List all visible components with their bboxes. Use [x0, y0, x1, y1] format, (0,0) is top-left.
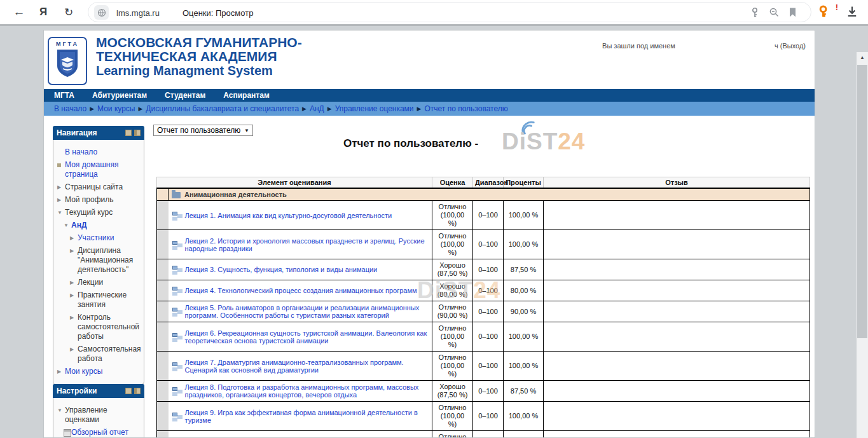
grade-item-link[interactable]: Лекция 4. Технологический процесс создан… [185, 287, 417, 294]
sidebar-item-label[interactable]: Обзорный отчет [71, 428, 128, 437]
bookmark-icon[interactable] [788, 7, 799, 18]
sidebar-item-label[interactable]: Практические занятия [78, 291, 141, 310]
sidebar-item-label[interactable]: В начало [65, 147, 97, 157]
refresh-button[interactable]: ↻ [60, 3, 78, 21]
academy-crest-icon [54, 47, 81, 79]
sidebar-item-label[interactable]: Мой профиль [65, 195, 114, 205]
sidebar-item-label[interactable]: Текущий курс [65, 208, 113, 217]
grade-item-link[interactable]: Лекция 2. История и хронология массовых … [185, 237, 429, 252]
login-status: Вы зашли под именем ч (Выход) [602, 42, 806, 50]
back-button[interactable]: ← [10, 3, 28, 21]
category-label: Анимационная деятельность [184, 191, 287, 198]
breadcrumb-link[interactable]: В начало [54, 104, 86, 113]
column-header: Диапазон [473, 177, 504, 189]
grade-item-link[interactable]: Лекция 5. Роль аниматоров в организации … [185, 304, 429, 319]
content-area: Отчет по пользователю ▼ Отчет по пользов… [153, 125, 813, 438]
table-row: Лекция 2. История и хронология массовых … [157, 230, 810, 259]
sidebar-item-label[interactable]: Мои курсы [65, 367, 102, 376]
grade-percent-text: (87,50 %) [436, 391, 469, 399]
sidebar-item: ▶Лекции [56, 278, 141, 287]
grade-percent-text: (87,50 %) [436, 270, 469, 278]
page-scrollbar[interactable]: ▲ ▼ [857, 52, 868, 438]
site-globe-icon [94, 5, 109, 20]
block-hide-icon[interactable] [125, 130, 132, 136]
percent-cell: 100,00 % [504, 352, 544, 381]
breadcrumb-separator-icon: ▶ [90, 106, 94, 112]
tree-toggle-icon[interactable]: ▶ [57, 182, 65, 192]
nav-menu-item[interactable]: МГТА [54, 91, 74, 100]
tree-toggle-icon[interactable]: ▶ [70, 313, 78, 322]
grade-cell: Хорошо(87,50 %) [432, 259, 473, 280]
download-icon[interactable] [846, 5, 858, 18]
address-bar[interactable]: lms.mgta.ru Оценки: Просмотр [88, 2, 811, 22]
block-hide-icon[interactable] [125, 388, 132, 394]
academy-logo[interactable]: МГТА [48, 37, 87, 85]
grade-percent-text: (100,00 %) [436, 211, 469, 228]
table-row: Итоговое тестированиеОтлично(100,00 %)0–… [157, 431, 810, 438]
folder-icon [172, 192, 181, 198]
sidebar-item-label[interactable]: АнД [71, 221, 86, 230]
breadcrumb-link[interactable]: АнД [310, 104, 324, 113]
block-dock-icon[interactable] [134, 130, 141, 136]
sidebar-item-label[interactable]: Самостоятельная работа [78, 345, 141, 364]
grade-text: Отлично [436, 353, 469, 362]
sidebar-item-label[interactable]: Контроль самостоятельной работы [78, 313, 141, 341]
sidebar-item-label[interactable]: Участники [78, 233, 114, 243]
tree-toggle-icon[interactable]: ▶ [70, 291, 78, 300]
yandex-logo-icon[interactable]: Я [34, 3, 52, 21]
grade-table-head: Элемент оцениванияОценкаДиапазонПроценты… [157, 177, 810, 189]
tree-toggle-icon[interactable]: ▶ [70, 246, 78, 256]
tree-toggle-icon[interactable]: ▼ [57, 406, 65, 415]
nav-menu-item[interactable]: Абитуриентам [92, 91, 147, 100]
navigation-block-header: Навигация [53, 126, 144, 140]
table-row: Лекция 1. Анимация как вид культурно-дос… [157, 201, 810, 230]
zoom-page-icon[interactable] [769, 7, 780, 18]
breadcrumb-link[interactable]: Отчет по пользователю [425, 104, 508, 113]
grade-item-link[interactable]: Лекция 8. Подготовка и разработка анимац… [185, 383, 429, 399]
tree-toggle-icon[interactable]: ▶ [57, 367, 65, 376]
breadcrumb-link[interactable]: Дисциплины бакалавриата и специалитета [146, 104, 299, 113]
range-cell: 0–100 [473, 280, 504, 301]
key-icon[interactable] [750, 7, 761, 18]
percent-cell: 87,50 % [504, 381, 544, 402]
item-name-cell: Лекция 2. История и хронология массовых … [169, 230, 432, 259]
sidebar-item: Моя домашняя страница [56, 160, 141, 179]
sidebar-item-label[interactable]: Управление оценками [65, 406, 141, 425]
sidebar-item: ▼Управление оценками [56, 406, 141, 425]
lesson-icon [172, 212, 177, 216]
sidebar-item-label[interactable]: Страницы сайта [65, 182, 123, 192]
tree-toggle-icon[interactable]: ▶ [57, 195, 65, 205]
grade-percent-text: (100,00 %) [436, 240, 469, 257]
indent-cell [157, 322, 169, 352]
tree-toggle-icon[interactable]: ▼ [57, 208, 65, 217]
breadcrumb-separator-icon: ▶ [302, 106, 307, 112]
scrollbar-thumb[interactable] [857, 65, 867, 338]
grade-cell: Отлично(90,00 %) [432, 301, 473, 322]
report-type-select[interactable]: Отчет по пользователю ▼ [153, 125, 253, 136]
grade-item-link[interactable]: Лекция 6. Рекреационная сущность туристс… [185, 329, 429, 345]
tree-toggle-icon[interactable]: ▼ [64, 221, 71, 230]
grade-item-link[interactable]: Лекция 3. Сущность, функция, типология и… [185, 266, 378, 273]
scroll-up-icon[interactable]: ▲ [857, 52, 868, 62]
nav-menu-item[interactable]: Студентам [165, 91, 205, 100]
range-cell: 0–100 [473, 352, 504, 381]
breadcrumb-link[interactable]: Мои курсы [97, 104, 135, 113]
grade-item-link[interactable]: Лекция 1. Анимация как вид культурно-дос… [185, 212, 392, 219]
logout-link[interactable]: ч (Выход) [775, 42, 806, 50]
breadcrumb-link[interactable]: Управление оценками [335, 104, 414, 113]
tree-toggle-icon[interactable]: ▶ [70, 278, 78, 287]
tree-toggle-icon[interactable]: ▶ [70, 233, 78, 243]
sidebar-item-label[interactable]: Лекции [78, 278, 103, 287]
sidebar-item-label[interactable]: Моя домашняя страница [65, 160, 141, 179]
block-dock-icon[interactable] [134, 388, 141, 394]
password-alert-icon[interactable]: ! [818, 4, 837, 18]
nav-menu-item[interactable]: Аспирантам [223, 91, 270, 100]
tree-toggle-icon[interactable]: ▶ [70, 345, 78, 354]
settings-block-header: Настройки [53, 384, 144, 398]
sidebar-item-label[interactable]: Дисциплина "Анимационная деятельность" [78, 246, 141, 275]
grade-item-link[interactable]: Лекция 7. Драматургия анимационно-театра… [185, 359, 429, 374]
grade-text: Хорошо [436, 383, 469, 391]
grade-item-link[interactable]: Лекция 9. Игра как эффективная форма ани… [185, 409, 429, 424]
url-text[interactable]: lms.mgta.ru [116, 8, 160, 18]
grade-text: Хорошо [436, 261, 469, 270]
